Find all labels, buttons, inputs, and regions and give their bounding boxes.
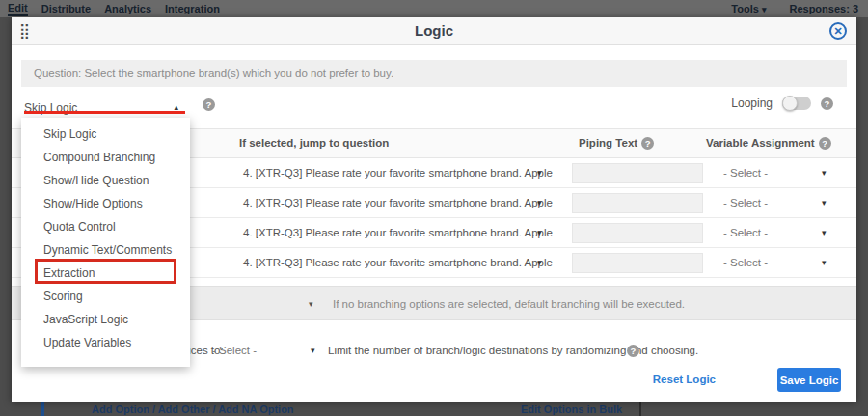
piping-text-input[interactable] xyxy=(572,163,703,183)
tab-integration[interactable]: Integration xyxy=(165,3,220,15)
menu-item-update-variables[interactable]: Update Variables xyxy=(21,331,190,354)
caret-down-icon[interactable]: ▾ xyxy=(537,218,542,248)
menu-item-javascript-logic[interactable]: JavaScript Logic xyxy=(21,308,190,331)
menu-item-compound-branching[interactable]: Compound Branching xyxy=(21,146,190,169)
variable-assignment-select[interactable]: - Select - xyxy=(723,158,768,188)
piping-text-input[interactable] xyxy=(572,223,703,243)
variable-assignment-select[interactable]: - Select - xyxy=(723,218,768,248)
question-highlight-bar xyxy=(41,402,44,416)
question-text: Question: Select the smartphone brand(s)… xyxy=(34,68,393,79)
variable-help-icon[interactable]: ? xyxy=(819,137,831,150)
variable-assignment-select[interactable]: - Select - xyxy=(723,248,768,278)
modal-header: ⣿ Logic ✕ xyxy=(12,17,856,45)
modal-title: Logic xyxy=(12,22,856,39)
piping-text-input[interactable] xyxy=(572,193,703,213)
menu-item-quota-control[interactable]: Quota Control xyxy=(21,215,190,238)
jump-question-select[interactable]: 4. [XTR-Q3] Please rate your favorite sm… xyxy=(243,188,561,218)
menu-item-show-hide-options[interactable]: Show/Hide Options xyxy=(21,192,190,215)
caret-down-icon[interactable]: ▾ xyxy=(537,248,542,278)
background-divider xyxy=(639,402,641,416)
save-logic-button[interactable]: Save Logic xyxy=(777,368,841,392)
piping-help-icon[interactable]: ? xyxy=(641,137,654,150)
jump-question-select[interactable]: 4. [XTR-Q3] Please rate your favorite sm… xyxy=(243,158,561,188)
randomizer-select[interactable]: - Select - xyxy=(212,336,257,366)
modal-footer: Reset Logic Save Logic xyxy=(12,368,856,395)
question-bar: Question: Select the smartphone brand(s)… xyxy=(21,60,847,87)
variable-assignment-select[interactable]: - Select - xyxy=(723,188,768,218)
caret-down-icon[interactable]: ▾ xyxy=(311,336,315,366)
randomizer-help-icon[interactable]: ? xyxy=(627,345,639,357)
tab-edit[interactable]: Edit xyxy=(8,2,28,16)
column-header-variable: Variable Assignment? xyxy=(706,137,831,150)
caret-down-icon[interactable]: ▾ xyxy=(537,158,542,188)
piping-text-input[interactable] xyxy=(572,253,703,273)
logic-type-select[interactable]: Skip Logic ▴ xyxy=(24,98,188,120)
caret-down-icon[interactable]: ▾ xyxy=(822,248,827,278)
default-branching-note: If no branching options are selected, de… xyxy=(333,287,685,321)
logic-help-icon[interactable]: ? xyxy=(203,98,215,111)
reset-logic-link[interactable]: Reset Logic xyxy=(653,374,716,385)
jump-question-select[interactable]: 4. [XTR-Q3] Please rate your favorite sm… xyxy=(243,218,561,248)
toggle-knob xyxy=(782,96,798,111)
tab-analytics[interactable]: Analytics xyxy=(104,3,151,15)
top-navigation-bar: Edit Distribute Analytics Integration To… xyxy=(0,0,868,17)
column-header-jump: If selected, jump to question xyxy=(239,137,389,149)
edit-options-bulk-link[interactable]: Edit Options in Bulk xyxy=(521,403,622,415)
add-option-links[interactable]: Add Option / Add Other / Add NA Option xyxy=(92,403,294,415)
column-header-piping: Piping Text? xyxy=(579,137,654,150)
menu-item-show-hide-question[interactable]: Show/Hide Question xyxy=(21,169,190,192)
chevron-down-icon: ▾ xyxy=(762,5,767,14)
caret-down-icon[interactable]: ▾ xyxy=(822,218,827,248)
tab-distribute[interactable]: Distribute xyxy=(41,3,91,15)
responses-count[interactable]: Responses: 3 xyxy=(789,3,858,14)
tools-menu[interactable]: Tools ▾ xyxy=(731,3,766,14)
caret-down-icon[interactable]: ▾ xyxy=(822,158,827,188)
annotation-red-underline xyxy=(24,111,185,114)
caret-down-icon[interactable]: ▾ xyxy=(537,188,542,218)
menu-item-skip-logic[interactable]: Skip Logic xyxy=(21,123,190,146)
caret-down-icon[interactable]: ▾ xyxy=(822,188,827,218)
looping-control: Looping ? xyxy=(731,97,833,110)
logic-modal: ⣿ Logic ✕ Question: Select the smartphon… xyxy=(12,17,856,402)
jump-question-select[interactable]: 4. [XTR-Q3] Please rate your favorite sm… xyxy=(243,248,561,278)
logic-type-dropdown-menu: Skip Logic Compound Branching Show/Hide … xyxy=(21,118,190,367)
menu-item-dynamic-text-comments[interactable]: Dynamic Text/Comments xyxy=(21,238,190,262)
background-page-strip: Add Option / Add Other / Add NA Option E… xyxy=(0,402,868,416)
menu-item-scoring[interactable]: Scoring xyxy=(21,285,190,308)
close-icon[interactable]: ✕ xyxy=(829,22,847,40)
menu-item-extraction[interactable]: Extraction xyxy=(21,262,190,285)
caret-down-icon[interactable]: ▾ xyxy=(309,287,313,321)
looping-toggle[interactable] xyxy=(782,97,811,110)
randomizer-description: Limit the number of branch/logic destina… xyxy=(328,336,698,366)
looping-label: Looping xyxy=(731,97,773,110)
looping-help-icon[interactable]: ? xyxy=(821,97,833,110)
